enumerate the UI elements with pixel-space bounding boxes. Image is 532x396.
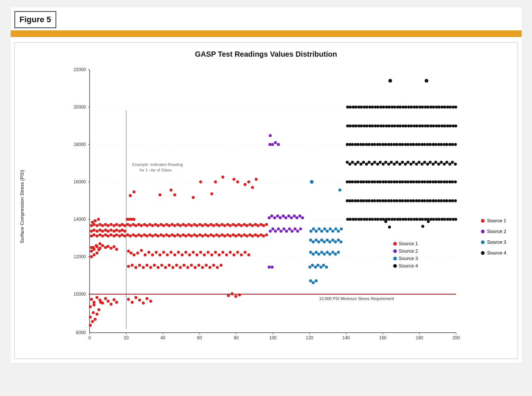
svg-point-432 <box>432 163 435 166</box>
svg-text:0: 0 <box>88 335 91 340</box>
svg-point-562 <box>349 106 352 109</box>
svg-point-50 <box>91 320 94 323</box>
svg-point-597 <box>446 106 449 109</box>
svg-point-593 <box>435 106 438 109</box>
svg-point-682 <box>425 79 428 83</box>
svg-point-101 <box>140 234 143 237</box>
svg-point-541 <box>401 143 404 146</box>
svg-point-377 <box>339 240 342 243</box>
svg-point-437 <box>445 161 448 164</box>
svg-point-428 <box>421 163 424 166</box>
svg-point-621 <box>402 124 405 127</box>
svg-point-625 <box>413 124 416 127</box>
svg-text:120: 120 <box>305 335 313 340</box>
svg-point-192 <box>215 223 218 226</box>
svg-point-693 <box>393 264 397 268</box>
svg-point-453 <box>379 180 382 183</box>
svg-point-147 <box>90 224 93 227</box>
svg-point-384 <box>326 251 329 254</box>
svg-point-274 <box>247 253 250 256</box>
svg-point-494 <box>382 199 385 202</box>
svg-point-331 <box>294 227 297 230</box>
svg-point-368 <box>315 239 318 242</box>
svg-text:180: 180 <box>415 335 423 340</box>
svg-point-173 <box>162 224 165 227</box>
svg-point-455 <box>384 180 387 183</box>
svg-point-404 <box>354 163 357 166</box>
svg-point-417 <box>390 161 393 164</box>
svg-point-348 <box>271 143 274 146</box>
svg-point-169 <box>151 224 154 227</box>
svg-point-139 <box>245 234 248 237</box>
svg-point-388 <box>337 251 340 254</box>
svg-point-189 <box>207 224 210 227</box>
svg-point-293 <box>194 266 197 269</box>
svg-point-57 <box>93 303 96 306</box>
svg-point-309 <box>113 298 116 301</box>
svg-point-136 <box>237 233 240 236</box>
svg-point-676 <box>443 218 446 221</box>
svg-point-481 <box>346 199 349 202</box>
svg-point-81 <box>121 229 124 232</box>
svg-point-482 <box>348 199 351 202</box>
svg-point-159 <box>123 224 126 227</box>
svg-point-592 <box>432 106 435 109</box>
svg-text:60: 60 <box>197 335 202 340</box>
svg-point-574 <box>382 106 385 109</box>
svg-point-371 <box>323 240 326 243</box>
svg-point-141 <box>251 234 254 237</box>
svg-text:14000: 14000 <box>73 217 86 222</box>
svg-point-662 <box>404 218 407 221</box>
svg-point-186 <box>198 223 201 226</box>
svg-point-152 <box>104 223 107 226</box>
svg-point-372 <box>326 239 329 242</box>
svg-point-155 <box>113 224 116 227</box>
svg-point-359 <box>323 227 326 230</box>
svg-point-504 <box>409 199 412 202</box>
svg-point-658 <box>393 218 396 221</box>
svg-point-68 <box>94 219 97 222</box>
svg-point-118 <box>187 233 190 236</box>
svg-point-239 <box>113 245 116 248</box>
svg-point-187 <box>201 224 204 227</box>
svg-point-647 <box>363 218 366 221</box>
svg-point-528 <box>365 143 368 146</box>
svg-point-435 <box>440 161 443 164</box>
svg-text:Source 1: Source 1 <box>399 241 418 246</box>
svg-point-376 <box>337 239 340 242</box>
svg-point-316 <box>145 297 148 300</box>
svg-point-517 <box>445 199 448 202</box>
svg-point-148 <box>93 223 96 226</box>
svg-point-430 <box>426 163 429 166</box>
svg-point-407 <box>362 161 365 164</box>
svg-point-163 <box>134 224 137 227</box>
svg-point-329 <box>288 227 291 230</box>
svg-point-626 <box>415 124 418 127</box>
svg-point-79 <box>115 229 118 232</box>
svg-point-395 <box>325 266 328 269</box>
svg-point-413 <box>379 161 382 164</box>
svg-point-464 <box>409 180 412 183</box>
svg-point-259 <box>192 251 195 254</box>
svg-point-273 <box>244 251 247 254</box>
svg-point-180 <box>182 223 185 226</box>
svg-point-542 <box>404 143 407 146</box>
legend-label-source3: Source 3 <box>487 239 506 245</box>
svg-point-209 <box>262 224 265 227</box>
svg-point-611 <box>374 124 377 127</box>
svg-point-672 <box>432 218 435 221</box>
svg-point-465 <box>412 180 415 183</box>
svg-point-551 <box>429 143 432 146</box>
svg-point-473 <box>434 180 437 183</box>
svg-point-240 <box>115 248 118 251</box>
svg-point-166 <box>143 223 146 226</box>
svg-point-218 <box>210 192 213 195</box>
svg-point-292 <box>190 264 193 267</box>
svg-point-304 <box>98 299 101 302</box>
svg-point-205 <box>251 224 254 227</box>
svg-point-581 <box>402 106 405 109</box>
svg-point-295 <box>201 266 204 269</box>
svg-point-195 <box>223 224 226 227</box>
svg-point-257 <box>184 251 187 254</box>
svg-point-641 <box>346 218 349 221</box>
